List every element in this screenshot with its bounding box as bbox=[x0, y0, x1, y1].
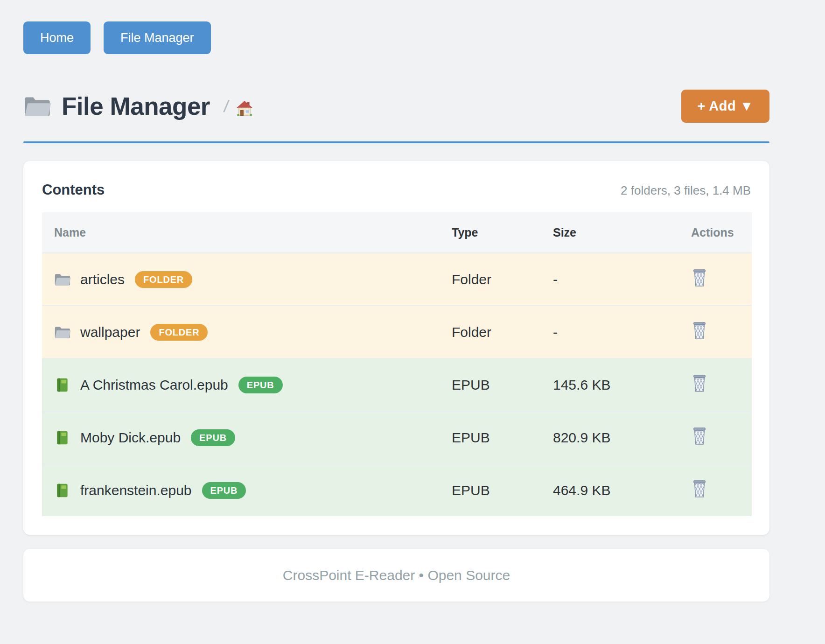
delete-button[interactable] bbox=[691, 321, 708, 340]
type-badge: FOLDER bbox=[135, 271, 192, 288]
contents-card-header: Contents 2 folders, 3 files, 1.4 MB bbox=[42, 182, 751, 198]
delete-button[interactable] bbox=[691, 479, 708, 498]
column-header-name: Name bbox=[42, 226, 452, 239]
folder-icon bbox=[54, 272, 71, 287]
table-row: A Christmas Carol.epub EPUB EPUB 145.6 K… bbox=[42, 358, 752, 411]
breadcrumb: / bbox=[223, 97, 230, 116]
file-actions-cell bbox=[685, 321, 752, 343]
book-icon bbox=[54, 483, 71, 498]
trash-icon bbox=[691, 268, 708, 287]
contents-heading: Contents bbox=[42, 182, 105, 198]
nav-file-manager-button[interactable]: File Manager bbox=[104, 21, 211, 54]
file-name-cell: A Christmas Carol.epub EPUB bbox=[42, 377, 452, 393]
file-name-link[interactable]: Moby Dick.epub bbox=[80, 430, 181, 446]
table-row: articles FOLDER Folder - bbox=[42, 252, 752, 305]
delete-button[interactable] bbox=[691, 268, 708, 287]
type-badge: EPUB bbox=[238, 377, 283, 393]
file-actions-cell bbox=[685, 479, 752, 501]
file-name-link[interactable]: wallpaper bbox=[80, 324, 140, 340]
table-row: frankenstein.epub EPUB EPUB 464.9 KB bbox=[42, 463, 752, 516]
file-name-cell: wallpaper FOLDER bbox=[42, 324, 452, 341]
file-name-cell: frankenstein.epub EPUB bbox=[42, 482, 452, 499]
table-header-row: Name Type Size Actions bbox=[42, 212, 752, 252]
house-icon[interactable] bbox=[236, 100, 253, 116]
file-size-cell: 145.6 KB bbox=[553, 377, 685, 393]
table-row: Moby Dick.epub EPUB EPUB 820.9 KB bbox=[42, 411, 752, 463]
trash-icon bbox=[691, 321, 708, 340]
file-table: Name Type Size Actions articles FOLDER F… bbox=[42, 212, 752, 516]
file-type-cell: Folder bbox=[452, 272, 553, 287]
file-type-cell: EPUB bbox=[452, 430, 553, 446]
delete-button[interactable] bbox=[691, 374, 708, 392]
file-size-cell: - bbox=[553, 272, 685, 287]
file-type-cell: Folder bbox=[452, 324, 553, 340]
book-icon bbox=[54, 378, 71, 392]
divider bbox=[23, 141, 769, 143]
file-size-cell: - bbox=[553, 324, 685, 340]
page-header: File Manager / + Add ▼ bbox=[23, 90, 769, 123]
top-nav: Home File Manager bbox=[23, 21, 794, 54]
file-actions-cell bbox=[685, 268, 752, 290]
folder-icon bbox=[54, 325, 71, 340]
trash-icon bbox=[691, 427, 708, 445]
file-actions-cell bbox=[685, 374, 752, 396]
type-badge: EPUB bbox=[202, 482, 246, 499]
type-badge: FOLDER bbox=[150, 324, 208, 341]
file-actions-cell bbox=[685, 427, 752, 448]
page-title: File Manager bbox=[62, 92, 210, 120]
file-type-cell: EPUB bbox=[452, 483, 553, 498]
column-header-actions: Actions bbox=[685, 226, 752, 239]
add-dropdown-button[interactable]: + Add ▼ bbox=[681, 90, 769, 123]
column-header-size: Size bbox=[553, 226, 685, 239]
title-wrap: File Manager / bbox=[23, 92, 253, 120]
trash-icon bbox=[691, 479, 708, 498]
file-name-cell: articles FOLDER bbox=[42, 271, 452, 288]
file-type-cell: EPUB bbox=[452, 377, 553, 393]
trash-icon bbox=[691, 374, 708, 392]
footer-text: CrossPoint E-Reader • Open Source bbox=[283, 567, 510, 583]
table-body: articles FOLDER Folder - wallpaper FOLDE… bbox=[42, 252, 752, 516]
file-name-cell: Moby Dick.epub EPUB bbox=[42, 429, 452, 446]
table-row: wallpaper FOLDER Folder - bbox=[42, 305, 752, 358]
nav-home-button[interactable]: Home bbox=[23, 21, 91, 54]
contents-card: Contents 2 folders, 3 files, 1.4 MB Name… bbox=[23, 161, 769, 535]
column-header-type: Type bbox=[452, 226, 553, 239]
file-size-cell: 820.9 KB bbox=[553, 430, 685, 446]
file-name-link[interactable]: articles bbox=[80, 272, 125, 287]
folder-icon bbox=[23, 94, 51, 119]
file-name-link[interactable]: frankenstein.epub bbox=[80, 483, 192, 498]
page: Home File Manager File Manager / + Add ▼… bbox=[0, 0, 794, 602]
file-size-cell: 464.9 KB bbox=[553, 483, 685, 498]
book-icon bbox=[54, 430, 71, 445]
footer: CrossPoint E-Reader • Open Source bbox=[23, 549, 769, 602]
file-name-link[interactable]: A Christmas Carol.epub bbox=[80, 377, 228, 393]
contents-summary: 2 folders, 3 files, 1.4 MB bbox=[621, 183, 751, 198]
type-badge: EPUB bbox=[191, 429, 235, 446]
delete-button[interactable] bbox=[691, 427, 708, 445]
